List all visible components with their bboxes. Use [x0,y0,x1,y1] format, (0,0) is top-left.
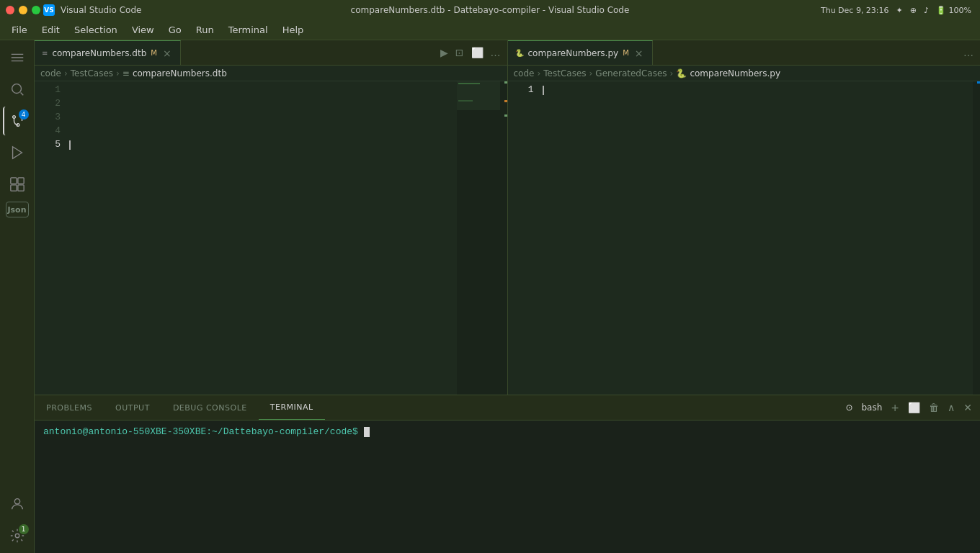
activity-bottom: 1 [3,490,32,553]
breadcrumb-file-dtb[interactable]: compareNumbers.dtb [133,68,227,78]
close-panel-button[interactable]: ✕ [961,400,974,415]
menu-terminal[interactable]: Terminal [223,22,274,37]
maximize-panel-button[interactable]: ∧ [945,400,957,415]
panel-tab-debug-console[interactable]: DEBUG CONSOLE [161,395,259,420]
code-content-left[interactable] [66,81,457,395]
tab-icon-dtb: ≡ [42,49,48,57]
editors-split: code › TestCases › ≡ compareNumbers.dtb … [35,66,980,395]
tab-compare-numbers-dtb[interactable]: ≡ compareNumbers.dtb M × [35,40,181,65]
code-area-right[interactable]: 1 [508,81,981,395]
activity-bar: 4 Json 1 [0,40,35,553]
terminal-prompt: antonio@antonio-550XBE-350XBE:~/Dattebay… [43,426,364,437]
tab-modified-py: M [623,49,629,57]
more-actions-right-button[interactable]: … [961,45,976,60]
maximize-button[interactable] [32,6,40,14]
activity-account[interactable] [3,490,32,518]
activity-settings[interactable]: 1 [3,521,32,550]
panel-tab-problems[interactable]: PROBLEMS [35,395,104,420]
menu-run[interactable]: Run [190,22,220,37]
scrollbar-dec-right [977,81,980,84]
svg-point-10 [15,534,19,538]
tab-name-py: compareNumbers.py [528,48,619,58]
tab-close-py[interactable]: × [633,46,645,60]
tab-compare-numbers-py[interactable]: 🐍 compareNumbers.py M × [508,40,653,65]
datetime: Thu Dec 9, 23:16 [821,6,889,15]
activity-run[interactable] [3,138,32,167]
close-button[interactable] [6,6,14,14]
editor-scrollbar-left[interactable] [500,81,507,395]
menu-edit[interactable]: Edit [36,22,66,37]
system-icons: Thu Dec 9, 23:16 ✦ ⊕ ♪ 🔋 100% [821,6,971,15]
split-terminal-button[interactable]: ⬜ [906,400,922,415]
breadcrumb-code-right[interactable]: code [514,68,535,78]
breadcrumb-left: code › TestCases › ≡ compareNumbers.dtb [35,66,507,81]
tab-modified-dtb: M [151,49,157,57]
panel-actions: ⊙ bash + ⬜ 🗑 ∧ ✕ [837,395,980,420]
breadcrumb-icon-dtb: ≡ [122,68,130,78]
window-title: compareNumbers.dtb - Dattebayo-compiler … [351,5,630,15]
code-line-2 [66,96,457,110]
add-terminal-button[interactable]: + [888,400,901,415]
minimap-left [457,81,500,395]
breadcrumb-code[interactable]: code [40,68,61,78]
activity-search[interactable] [3,75,32,104]
code-line-1 [66,83,457,96]
activity-source-control[interactable]: 4 [3,107,32,135]
menu-bar: File Edit Selection View Go Run Terminal… [0,20,980,40]
code-line-r1 [540,83,974,96]
svg-marker-4 [12,147,22,159]
volume-icon: ♪ [924,6,929,15]
minimize-button[interactable] [19,6,27,14]
traffic-lights[interactable] [6,6,40,14]
svg-rect-6 [17,178,23,184]
terminal-content[interactable]: antonio@antonio-550XBE-350XBE:~/Dattebay… [35,421,980,553]
breadcrumb-testcases[interactable]: TestCases [71,68,113,78]
tab-icon-py: 🐍 [515,49,524,57]
scrollbar-dec-1 [504,81,507,84]
code-area-left[interactable]: 1 2 3 4 5 [35,81,507,395]
editor-pane-right: code › TestCases › GeneratedCases › 🐍 co… [508,66,981,395]
main-layout: 4 Json 1 [0,40,980,553]
tabs-actions-right: … [957,40,980,65]
breadcrumb-testcases-right[interactable]: TestCases [543,68,586,78]
scrollbar-dec-3 [504,114,507,117]
breadcrumb-generatedcases[interactable]: GeneratedCases [595,68,667,78]
activity-explorer[interactable] [3,43,32,72]
kill-terminal-button[interactable]: 🗑 [927,400,941,415]
svg-point-9 [14,499,19,504]
menu-help[interactable]: Help [277,22,310,37]
breadcrumb-icon-py: 🐍 [676,68,687,78]
run-button[interactable]: ▶ [438,45,450,60]
app-name: Visual Studio Code [61,5,141,15]
line-numbers-right: 1 [508,81,540,395]
tab-close-dtb[interactable]: × [161,46,173,60]
terminal-bash[interactable]: bash [859,400,884,415]
code-line-5 [66,138,457,151]
breadcrumb-file-py[interactable]: compareNumbers.py [690,68,780,78]
panel-tab-terminal[interactable]: TERMINAL [259,395,325,420]
breadcrumb-right: code › TestCases › GeneratedCases › 🐍 co… [508,66,981,81]
code-line-4 [66,124,457,138]
more-actions-button[interactable]: … [489,45,503,60]
svg-point-1 [12,116,15,119]
title-bar: VS Visual Studio Code compareNumbers.dtb… [0,0,980,20]
menu-go[interactable]: Go [163,22,187,37]
text-cursor-left [69,140,71,150]
layout-button[interactable]: ⬜ [469,45,486,60]
activity-json[interactable]: Json [6,202,29,217]
split-editor-button[interactable]: ⊡ [453,45,466,60]
scrollbar-dec-2 [504,100,507,102]
tab-name-dtb: compareNumbers.dtb [52,48,146,58]
tabs-actions-left: ▶ ⊡ ⬜ … [434,40,507,65]
code-content-right[interactable] [540,81,974,395]
editor-pane-left: code › TestCases › ≡ compareNumbers.dtb … [35,66,508,395]
editor-scrollbar-right[interactable] [973,81,980,395]
wifi-icon: ⊕ [910,6,917,15]
menu-view[interactable]: View [126,22,160,37]
menu-selection[interactable]: Selection [68,22,123,37]
menu-file[interactable]: File [6,22,33,37]
svg-point-0 [12,84,21,94]
svg-rect-8 [17,185,23,191]
activity-extensions[interactable] [3,170,32,199]
panel-tab-output[interactable]: OUTPUT [104,395,161,420]
